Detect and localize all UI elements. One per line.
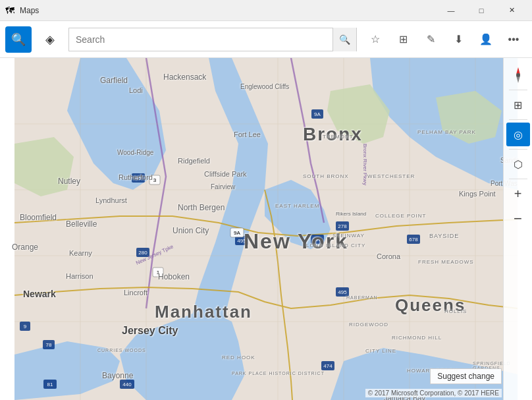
- download-button[interactable]: ⬇: [445, 26, 471, 53]
- app-toolbar: 🔍 ◈ 🔍 ☆ ⊞ ✎ ⬇ 👤 •••: [0, 21, 532, 58]
- svg-text:Bronx River Pkwy: Bronx River Pkwy: [362, 144, 368, 185]
- svg-text:9A: 9A: [234, 230, 240, 236]
- compass-button[interactable]: [506, 63, 530, 87]
- svg-text:78: 78: [46, 342, 52, 348]
- map-copyright: © 2017 Microsoft Corporation, © 2017 HER…: [365, 389, 502, 397]
- app-icon: 🗺: [5, 5, 14, 16]
- minimize-button[interactable]: —: [436, 0, 466, 21]
- title-bar: 🗺 Maps — □ ✕: [0, 0, 532, 21]
- account-button[interactable]: 👤: [473, 26, 499, 53]
- search-submit-icon: 🔍: [339, 34, 350, 45]
- zoom-in-icon: +: [514, 186, 522, 202]
- svg-text:95: 95: [136, 175, 142, 181]
- more-button[interactable]: •••: [500, 26, 527, 53]
- compass-icon: [508, 65, 528, 85]
- svg-text:278: 278: [313, 237, 322, 243]
- more-icon: •••: [508, 34, 519, 45]
- favorites-button[interactable]: ☆: [362, 26, 388, 53]
- svg-text:81: 81: [47, 382, 53, 387]
- ctrl-divider-2: [509, 119, 527, 120]
- ctrl-divider-4: [509, 179, 527, 179]
- title-bar-left: 🗺 Maps: [5, 5, 39, 16]
- search-input[interactable]: [69, 28, 332, 51]
- toolbar-right: ☆ ⊞ ✎ ⬇ 👤 •••: [362, 26, 527, 53]
- search-nav-button[interactable]: 🔍: [5, 26, 32, 53]
- search-bar: 🔍: [68, 28, 357, 51]
- svg-text:440: 440: [122, 382, 132, 387]
- draw-button[interactable]: ✎: [417, 26, 444, 53]
- maximize-button[interactable]: □: [466, 0, 496, 21]
- search-nav-icon: 🔍: [11, 32, 26, 47]
- collections-icon: ⊞: [399, 33, 408, 45]
- map-controls-panel: ⊞ ◎ ⬡ + −: [503, 58, 532, 400]
- download-icon: ⬇: [454, 33, 463, 45]
- svg-text:278: 278: [338, 223, 347, 229]
- directions-nav-icon: ◈: [45, 32, 55, 47]
- svg-text:9: 9: [24, 324, 27, 329]
- zoom-in-button[interactable]: +: [506, 182, 530, 206]
- satellite-3d-button[interactable]: ⊞: [506, 93, 530, 117]
- draw-icon: ✎: [427, 33, 435, 45]
- close-button[interactable]: ✕: [496, 0, 527, 21]
- svg-text:1: 1: [157, 270, 160, 275]
- my-location-button[interactable]: ◎: [506, 123, 530, 146]
- svg-text:678: 678: [409, 237, 418, 243]
- favorites-icon: ☆: [371, 33, 380, 45]
- map-container[interactable]: 95 495 9A 278 678 278 495 280 78 9 81 44…: [0, 58, 532, 400]
- svg-text:3: 3: [153, 177, 157, 183]
- layers-button[interactable]: ⬡: [506, 152, 530, 176]
- ctrl-divider-1: [509, 90, 527, 90]
- svg-text:495: 495: [237, 238, 246, 244]
- ctrl-divider-3: [509, 149, 527, 150]
- search-submit-button[interactable]: 🔍: [332, 28, 356, 51]
- account-icon: 👤: [479, 33, 492, 45]
- zoom-out-icon: −: [514, 210, 522, 227]
- map-background: 95 495 9A 278 678 278 495 280 78 9 81 44…: [0, 58, 532, 400]
- directions-nav-button[interactable]: ◈: [37, 26, 63, 53]
- my-location-icon: ◎: [514, 129, 523, 141]
- svg-text:495: 495: [338, 289, 347, 295]
- satellite-3d-icon: ⊞: [514, 99, 522, 111]
- layers-icon: ⬡: [514, 158, 523, 171]
- svg-text:474: 474: [323, 363, 332, 369]
- svg-text:9A: 9A: [314, 111, 321, 117]
- zoom-out-button[interactable]: −: [506, 207, 530, 231]
- svg-point-47: [516, 73, 520, 77]
- suggest-change-button[interactable]: Suggest change: [430, 368, 502, 384]
- collections-button[interactable]: ⊞: [390, 26, 416, 53]
- app-title: Maps: [20, 6, 39, 15]
- window-controls: — □ ✕: [436, 0, 527, 21]
